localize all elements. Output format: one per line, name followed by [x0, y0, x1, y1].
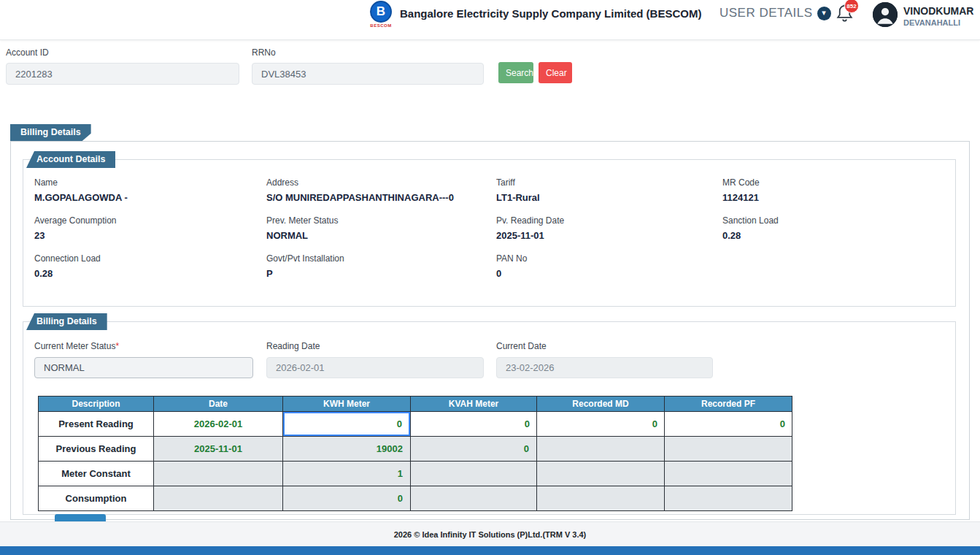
- col-kwh-meter: KWH Meter: [283, 397, 411, 412]
- notifications-button[interactable]: 852: [835, 2, 860, 28]
- rrno-label: RRNo: [252, 47, 276, 58]
- tab-billing-details-inner: Billing Details: [26, 313, 107, 330]
- footer: 2026 © Idea Infinity IT Solutions (P)Ltd…: [0, 521, 980, 546]
- account-id-input[interactable]: [6, 63, 239, 85]
- current-meter-status-label: Current Meter Status*: [34, 341, 119, 351]
- col-kvah-meter: KVAH Meter: [411, 397, 537, 412]
- user-identity: VINODKUMAR DEVANAHALLI: [903, 5, 973, 28]
- account-id-label: Account ID: [6, 47, 49, 58]
- logo-caption: BESCOM: [370, 23, 391, 28]
- tab-account-details: Account Details: [26, 151, 115, 168]
- current-date-input: 23-02-2026: [496, 357, 713, 378]
- person-icon: [873, 2, 898, 27]
- required-asterisk: *: [115, 341, 119, 351]
- present-kvah-input[interactable]: [411, 412, 536, 436]
- tab-billing-details-section: Billing Details: [10, 124, 91, 141]
- field-name: Name M.GOPALAGOWDA -: [34, 177, 266, 203]
- field-govt-pvt-installation: Govt/Pvt Installation P: [266, 253, 496, 279]
- clear-button[interactable]: Clear: [539, 62, 572, 83]
- field-sanction-load: Sanction Load 0.28: [722, 215, 954, 241]
- present-md-input[interactable]: [537, 412, 664, 436]
- present-kwh-input[interactable]: [283, 412, 410, 436]
- search-button[interactable]: Search: [498, 62, 533, 83]
- field-pv-reading-date: Pv. Reading Date 2025-11-01: [496, 215, 722, 241]
- field-connection-load: Connection Load 0.28: [34, 253, 266, 279]
- user-details-dropdown[interactable]: USER DETAILS ▾: [719, 6, 831, 20]
- col-recorded-pf: Recorded PF: [665, 397, 792, 412]
- page-title: Bangalore Electricity Supply Company Lim…: [400, 7, 701, 20]
- top-header: B BESCOM Bangalore Electricity Supply Co…: [0, 0, 980, 40]
- bottom-accent-bar: [0, 546, 980, 555]
- current-meter-status-select[interactable]: NORMAL: [34, 357, 253, 378]
- chevron-down-icon: ▾: [817, 7, 831, 20]
- footer-copyright: 2026 © Idea Infinity IT Solutions (P)Ltd…: [394, 530, 587, 539]
- table-row-present-reading: Present Reading 2026-02-01: [39, 412, 792, 437]
- current-date-label: Current Date: [496, 341, 547, 351]
- account-details-grid: Name M.GOPALAGOWDA - Address S/O MUNIRED…: [34, 177, 954, 279]
- reading-date-label: Reading Date: [266, 341, 320, 351]
- avatar[interactable]: [873, 2, 898, 27]
- search-section: Account ID RRNo Search Clear: [0, 40, 980, 110]
- username: VINODKUMAR: [903, 5, 973, 18]
- col-recorded-md: Recorded MD: [537, 397, 665, 412]
- col-date: Date: [154, 397, 283, 412]
- col-description: Description: [39, 397, 154, 412]
- rrno-input[interactable]: [252, 63, 484, 85]
- field-pan-no: PAN No 0: [496, 253, 722, 279]
- reading-date-input: 2026-02-01: [266, 357, 484, 378]
- table-row-previous-reading: Previous Reading 2025-11-01 19002 0: [39, 437, 792, 462]
- field-tariff: Tariff LT1-Rural: [496, 177, 722, 203]
- logo-circle: B: [370, 1, 392, 23]
- notification-badge: 852: [844, 0, 859, 13]
- table-header-row: Description Date KWH Meter KVAH Meter Re…: [39, 397, 792, 412]
- brand: B BESCOM Bangalore Electricity Supply Co…: [369, 1, 701, 28]
- present-pf-input[interactable]: [665, 412, 792, 436]
- user-details-label: USER DETAILS: [719, 6, 813, 20]
- user-location: DEVANAHALLI: [903, 18, 973, 28]
- table-row-consumption: Consumption 0: [39, 486, 792, 511]
- field-average-consumption: Average Conumption 23: [34, 215, 266, 241]
- meter-readings-table: Description Date KWH Meter KVAH Meter Re…: [38, 396, 792, 511]
- field-mr-code: MR Code 1124121: [722, 177, 954, 203]
- bescom-logo-icon: B BESCOM: [369, 1, 393, 28]
- table-row-meter-constant: Meter Constant 1: [39, 462, 792, 486]
- field-address: Address S/O MUNIREDAPPASHANTHINAGARA---0: [266, 177, 496, 203]
- field-prev-meter-status: Prev. Meter Status NORMAL: [266, 215, 496, 241]
